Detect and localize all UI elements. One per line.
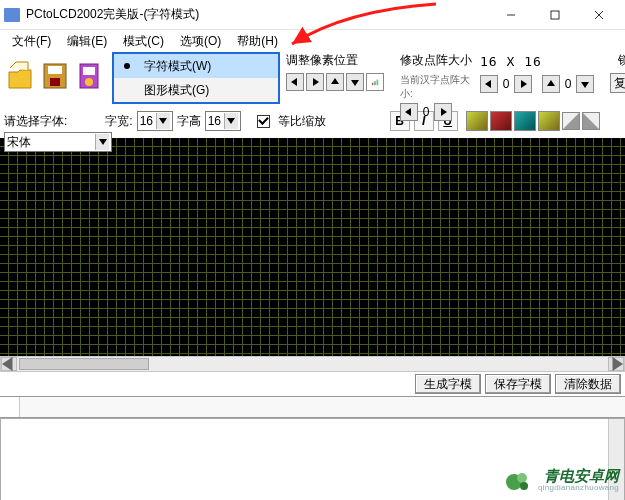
pixel-canvas[interactable] — [0, 138, 625, 356]
open-file-icon[interactable] — [4, 54, 38, 98]
preview-cell[interactable] — [0, 397, 20, 417]
watermark-text-zh: 青电安卓网 — [538, 470, 619, 482]
menubar: 文件(F) 编辑(E) 模式(C) 选项(O) 帮助(H) — [0, 30, 625, 52]
dropdown-item-label: 图形模式(G) — [144, 82, 209, 99]
svg-rect-9 — [377, 80, 379, 86]
move-left-button[interactable] — [286, 73, 304, 91]
menu-options[interactable]: 选项(O) — [172, 31, 229, 52]
select-font-label: 请选择字体: — [4, 113, 67, 130]
equal-scale-checkbox[interactable] — [257, 115, 270, 128]
svg-rect-7 — [372, 83, 374, 85]
generate-button[interactable]: 生成字模 — [415, 374, 481, 394]
scroll-right-button[interactable] — [608, 357, 624, 371]
watermark-text-en: qingdiananzhuowang — [538, 482, 619, 494]
menu-mode[interactable]: 模式(C) — [115, 31, 172, 52]
settings-icon[interactable] — [72, 54, 106, 98]
down2-button[interactable] — [576, 75, 594, 93]
watermark: 青电安卓网 qingdiananzhuowang — [504, 468, 619, 496]
group-modify-size: 修改点阵大小 当前汉字点阵大小: 0 — [400, 52, 472, 121]
mode-dropdown: 字符模式(W) 图形模式(G) — [112, 52, 280, 104]
svg-rect-8 — [374, 81, 376, 85]
svg-rect-2 — [48, 66, 62, 74]
horizontal-scrollbar[interactable] — [0, 356, 625, 372]
toolbar: 字符模式(W) 图形模式(G) 调整像素位置 修改点阵大小 当前汉字点阵大小: … — [0, 52, 625, 108]
up2-button[interactable] — [542, 75, 560, 93]
watermark-logo-icon — [504, 468, 532, 496]
svg-rect-0 — [551, 11, 559, 19]
svg-point-12 — [520, 482, 528, 490]
char-width-label: 字宽: — [105, 113, 132, 130]
move-down-button[interactable] — [346, 73, 364, 91]
font-select[interactable]: 宋体 — [4, 132, 112, 152]
spinner-value: 0 — [562, 77, 574, 91]
toolbar-groups: 调整像素位置 修改点阵大小 当前汉字点阵大小: 0 16 X 16 0 — [286, 52, 621, 121]
char-height-select[interactable]: 16 — [205, 111, 241, 131]
height-dec-button[interactable] — [480, 75, 498, 93]
group-size-display: 16 X 16 0 0 — [480, 54, 594, 121]
char-width-value: 16 — [140, 114, 153, 128]
spinner-value: 0 — [500, 77, 512, 91]
font-value: 宋体 — [7, 134, 31, 151]
titlebar: PCtoLCD2002完美版-(字符模式) — [0, 0, 625, 30]
dropdown-item-label: 字符模式(W) — [144, 58, 211, 75]
char-height-label: 字高 — [177, 113, 201, 130]
char-height-value: 16 — [208, 114, 221, 128]
svg-rect-5 — [83, 67, 95, 75]
preview-strip — [0, 396, 625, 418]
close-button[interactable] — [577, 1, 621, 29]
size-hint: 当前汉字点阵大小: — [400, 73, 472, 101]
group-label: 调整像素位置 — [286, 52, 384, 69]
spinner-value: 0 — [420, 105, 432, 119]
save-font-button[interactable]: 保存字模 — [485, 374, 551, 394]
repos-button[interactable]: 复位 — [610, 73, 625, 93]
width-dec-button[interactable] — [400, 103, 418, 121]
move-right-button[interactable] — [306, 73, 324, 91]
dropdown-item-graphicmode[interactable]: 图形模式(G) — [114, 78, 278, 102]
height-inc-button[interactable] — [514, 75, 532, 93]
app-icon — [4, 8, 20, 22]
group-label: 修改点阵大小 — [400, 52, 472, 69]
svg-point-6 — [85, 78, 93, 86]
scrollbar-thumb[interactable] — [19, 358, 149, 370]
menu-edit[interactable]: 编辑(E) — [59, 31, 115, 52]
group-adjust-position: 调整像素位置 — [286, 52, 384, 121]
save-icon[interactable] — [38, 54, 72, 98]
chevron-down-icon — [156, 113, 170, 129]
clear-button[interactable]: 清除数据 — [555, 374, 621, 394]
svg-rect-3 — [50, 78, 60, 86]
dropdown-item-charmode[interactable]: 字符模式(W) — [114, 54, 278, 78]
chart-icon[interactable] — [366, 73, 384, 91]
maximize-button[interactable] — [533, 1, 577, 29]
move-up-button[interactable] — [326, 73, 344, 91]
minimize-button[interactable] — [489, 1, 533, 29]
svg-point-11 — [517, 473, 527, 483]
group-lock: 锁定 复位 — [610, 52, 625, 121]
chevron-down-icon — [95, 134, 109, 150]
size-display: 16 X 16 — [480, 54, 594, 69]
menu-file[interactable]: 文件(F) — [4, 31, 59, 52]
window-title: PCtoLCD2002完美版-(字符模式) — [26, 6, 199, 23]
chevron-down-icon — [224, 113, 238, 129]
menu-help[interactable]: 帮助(H) — [229, 31, 286, 52]
width-inc-button[interactable] — [434, 103, 452, 121]
action-button-row: 生成字模 保存字模 清除数据 — [0, 372, 625, 396]
scroll-left-button[interactable] — [1, 357, 17, 371]
bullet-icon — [124, 63, 130, 69]
char-width-select[interactable]: 16 — [137, 111, 173, 131]
lock-label: 锁定 — [610, 52, 625, 69]
